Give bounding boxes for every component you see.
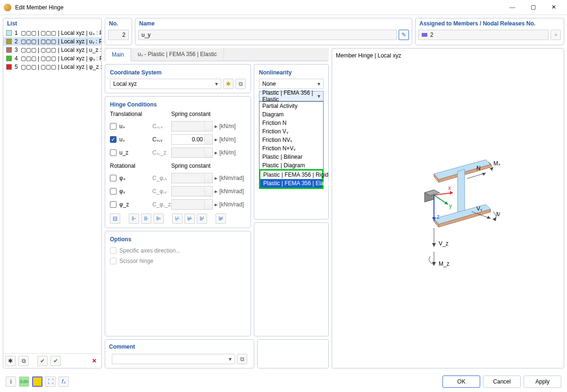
member-swatch-icon [422,33,427,37]
list-rows: 1 ▢▢▢ | ▢▢▢ | Local xyz | uₓ : Plasti 2 … [3,29,101,353]
list-toolbar: ✱ ⧉ ✔ ✔ ✕ [3,353,101,368]
maximize-icon[interactable]: ▢ [527,4,539,11]
dropdown-option[interactable]: Diagram [259,110,323,119]
hinge-preset-icon[interactable]: ⊮ [197,213,207,224]
tab-main[interactable]: Main [105,48,131,61]
apply-button[interactable]: Apply [524,376,561,388]
checkbox-phiz[interactable] [110,201,117,208]
dropdown-option[interactable]: Plastic | Diagram [259,161,323,170]
delete-icon[interactable]: ✕ [89,356,100,366]
comment-select[interactable] [112,354,235,364]
close-icon[interactable]: ✕ [548,4,559,11]
mz-label: M_z [439,261,450,267]
ok-button[interactable]: OK [442,376,480,388]
cs-library-icon[interactable]: ⧉ [235,79,246,89]
spin-phix[interactable] [171,173,213,183]
tab-uy-plastic[interactable]: uᵧ - Plastic | FEMA 356 | Elastic [131,48,224,61]
cux-label: Cᵤ,ₓ [152,123,171,130]
cphiy-label: C_φ,ᵧ [152,188,171,195]
spring-constant-label-2: Spring constant [171,163,219,170]
list-item[interactable]: 4 ▢▢▢ | ▢▢▢ | Local xyz | φᵧ : Plast [3,54,101,63]
edit-name-icon[interactable]: ✎ [399,30,409,40]
no-box: No. 2 [105,18,132,45]
dropdown-option[interactable]: Friction N [259,119,323,127]
check-icon[interactable]: ✔ [37,356,48,366]
dropdown-option[interactable]: Plastic | Bilinear [259,153,323,161]
spin-uy[interactable]: 0.00 [171,134,213,145]
name-input[interactable]: u_y [138,30,397,40]
nonlinearity-closed-select[interactable]: None [259,79,324,89]
translational-label: Translational [110,111,152,118]
chevron-down-icon [317,93,320,99]
list-item[interactable]: 5 ▢▢▢ | ▢▢▢ | Local xyz | φ_z : Plast [3,63,101,71]
axis-z-label: z [437,213,440,220]
new-cs-icon[interactable]: ✱ [223,79,233,89]
hinge-preset-icon[interactable]: ⊫ [153,213,164,224]
new-icon[interactable]: ✱ [5,356,16,366]
arrow-icon[interactable]: ▸ [213,201,219,208]
list-item[interactable]: 3 ▢▢▢ | ▢▢▢ | Local xyz | u_z : Plast [3,46,101,54]
checkbox-phix[interactable] [110,175,117,181]
tab-container: Main uᵧ - Plastic | FEMA 356 | Elastic C… [105,48,329,368]
checkbox-uy[interactable]: ✓ [110,136,117,143]
arrow-icon[interactable]: ▸ [213,136,219,143]
window-title: Edit Member Hinge [15,4,64,11]
arrow-icon[interactable]: ▸ [213,188,219,195]
list-item-label: ▢▢▢ | ▢▢▢ | Local xyz | φᵧ : Plast [21,55,101,62]
specific-axes-label: Specific axes direction... [119,247,180,254]
checkbox-ux[interactable] [110,123,117,130]
assigned-header: Assigned to Members / Nodal Releases No. [416,18,564,29]
assigned-box: Assigned to Members / Nodal Releases No.… [415,18,564,45]
hinge-preset-icon[interactable]: ⊭ [184,213,195,224]
function-icon[interactable]: fₓ [58,376,69,387]
dropdown-option[interactable]: Partial Activity [259,102,323,110]
hinge-preset-icon[interactable]: ⊯ [216,213,226,224]
color-icon[interactable] [32,376,42,387]
dropdown-option-selected[interactable]: Plastic | FEMA 356 | Elastic [260,179,322,188]
units-icon[interactable]: 0.00 [19,376,29,387]
nonlinearity-open-select[interactable]: Plastic | FEMA 356 | Elastic [259,91,324,101]
diagram-area[interactable]: x y z N Mₓ Vᵧ Mᵧ [336,59,560,364]
hinge-preset-icon[interactable]: ⊪ [141,213,151,224]
cancel-button[interactable]: Cancel [483,376,521,388]
list-item-num: 2 [15,38,18,45]
info-icon[interactable]: ℹ [6,376,16,387]
checkbox-uz[interactable] [110,149,117,156]
dropdown-option[interactable]: Plastic | FEMA 356 | Rigid [260,171,322,179]
list-item[interactable]: 2 ▢▢▢ | ▢▢▢ | Local xyz | uᵧ : Plasti [3,37,101,46]
hinge-diagram-icon: x y z N Mₓ Vᵧ Mᵧ [396,146,500,278]
pick-member-icon[interactable]: ⌖ [550,30,561,40]
hinge-preset-icon[interactable]: ⊟ [110,213,120,224]
dropdown-option[interactable]: Friction Vᵧ [259,127,323,136]
footer: ℹ 0.00 ⛶ fₓ OK Cancel Apply [0,371,567,392]
minimize-icon[interactable]: — [507,4,518,11]
no-header: No. [105,18,132,29]
copy-icon[interactable]: ⧉ [18,356,29,366]
spin-uz[interactable] [171,147,213,158]
comment-library-icon[interactable]: ⧉ [237,354,247,364]
spin-ux[interactable] [171,121,213,131]
list-item-label: ▢▢▢ | ▢▢▢ | Local xyz | uᵧ : Plasti [21,38,101,45]
hinge-preset-icon[interactable]: ⊬ [172,213,183,224]
dropdown-option[interactable]: Friction NVᵧ [259,136,323,144]
checkbox-phiy[interactable] [110,188,117,195]
spin-phiz[interactable] [171,199,213,210]
preview-panel: Member Hinge | Local xyz [332,48,564,368]
chevron-down-icon [317,81,320,87]
arrow-icon[interactable]: ▸ [213,149,219,156]
arrow-icon[interactable]: ▸ [213,123,219,130]
vz-label: V_z [439,240,449,247]
check2-icon[interactable]: ✔ [50,356,61,366]
dropdown-option[interactable]: Friction N+Vᵧ [259,144,323,153]
list-item[interactable]: 1 ▢▢▢ | ▢▢▢ | Local xyz | uₓ : Plasti [3,29,101,37]
checkbox-specific-axes [110,247,117,254]
arrow-icon[interactable]: ▸ [213,175,219,181]
spin-phiy[interactable] [171,186,213,196]
view-icon[interactable]: ⛶ [45,376,56,387]
list-item-num: 3 [15,47,18,53]
scissor-label: Scissor hinge [119,258,153,264]
hinge-preset-icon[interactable]: ⊩ [129,213,139,224]
no-value[interactable]: 2 [108,30,129,40]
assigned-input[interactable]: 2 [418,30,549,40]
coord-select[interactable]: Local xyz [110,79,221,89]
